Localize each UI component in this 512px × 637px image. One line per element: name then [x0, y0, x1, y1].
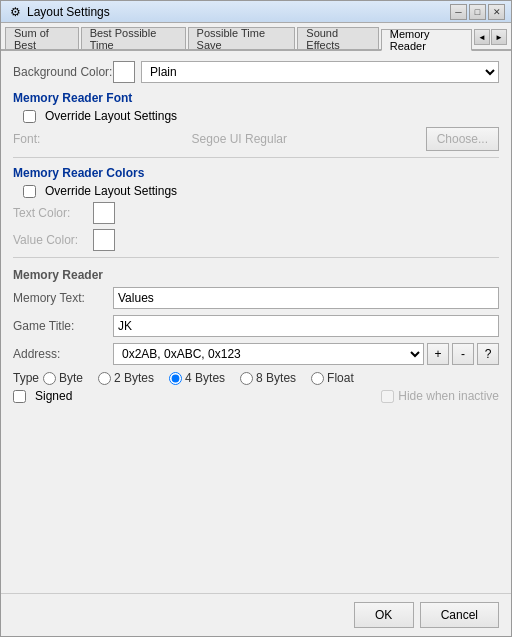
remove-address-button[interactable]: - [452, 343, 474, 365]
type-4bytes-radio[interactable] [169, 372, 182, 385]
signed-row[interactable]: Signed [13, 389, 72, 403]
footer: OK Cancel [1, 593, 511, 636]
type-row: Type Byte 2 Bytes 4 Bytes 8 Bytes [13, 371, 499, 385]
type-2bytes-radio[interactable] [98, 372, 111, 385]
type-float-radio[interactable] [311, 372, 324, 385]
close-button[interactable]: ✕ [488, 4, 505, 20]
help-address-button[interactable]: ? [477, 343, 499, 365]
minimize-button[interactable]: ─ [450, 4, 467, 20]
tab-memory-reader[interactable]: Memory Reader [381, 29, 472, 51]
colors-override-label: Override Layout Settings [45, 184, 177, 198]
colors-section-header: Memory Reader Colors [13, 166, 499, 180]
background-color-row: Background Color: Plain Color Gradient I… [13, 61, 499, 83]
divider-2 [13, 257, 499, 258]
add-address-button[interactable]: + [427, 343, 449, 365]
font-override-label: Override Layout Settings [45, 109, 177, 123]
tab-sum-of-best[interactable]: Sum of Best [5, 27, 79, 49]
memory-text-row: Memory Text: [13, 287, 499, 309]
tab-next-button[interactable]: ► [491, 29, 507, 45]
font-section-header: Memory Reader Font [13, 91, 499, 105]
maximize-button[interactable]: □ [469, 4, 486, 20]
cancel-button[interactable]: Cancel [420, 602, 499, 628]
signed-label: Signed [35, 389, 72, 403]
hide-inactive-row: Hide when inactive [381, 389, 499, 403]
type-8bytes-radio[interactable] [240, 372, 253, 385]
tab-sound-effects[interactable]: Sound Effects [297, 27, 378, 49]
value-color-swatch[interactable] [93, 229, 115, 251]
address-label: Address: [13, 347, 113, 361]
tab-nav-buttons: ◄ ► [474, 29, 507, 45]
memory-text-input[interactable] [113, 287, 499, 309]
type-radio-group: Byte 2 Bytes 4 Bytes 8 Bytes Float [43, 371, 499, 385]
type-float-label: Float [327, 371, 354, 385]
type-byte-label: Byte [59, 371, 83, 385]
type-byte-radio[interactable] [43, 372, 56, 385]
font-override-row: Override Layout Settings [23, 109, 499, 123]
title-bar-buttons: ─ □ ✕ [450, 4, 505, 20]
bottom-options-row: Signed Hide when inactive [13, 389, 499, 403]
value-color-label: Value Color: [13, 233, 93, 247]
hide-inactive-checkbox[interactable] [381, 390, 394, 403]
colors-override-checkbox[interactable] [23, 185, 36, 198]
ok-button[interactable]: OK [354, 602, 414, 628]
type-8bytes-label: 8 Bytes [256, 371, 296, 385]
window-title: Layout Settings [27, 5, 450, 19]
background-color-label: Background Color: [13, 65, 113, 79]
background-dropdown-wrapper: Plain Color Gradient Image [141, 61, 499, 83]
memory-text-label: Memory Text: [13, 291, 113, 305]
colors-override-row: Override Layout Settings [23, 184, 499, 198]
text-color-label: Text Color: [13, 206, 93, 220]
tab-prev-button[interactable]: ◄ [474, 29, 490, 45]
font-value: Segoe UI Regular [53, 132, 426, 146]
choose-font-button[interactable]: Choose... [426, 127, 499, 151]
address-controls: 0x2AB, 0xABC, 0x123 + - ? [113, 343, 499, 365]
window-icon: ⚙ [7, 4, 23, 20]
type-8bytes[interactable]: 8 Bytes [240, 371, 296, 385]
tab-best-possible-time[interactable]: Best Possible Time [81, 27, 186, 49]
type-4bytes-label: 4 Bytes [185, 371, 225, 385]
game-title-label: Game Title: [13, 319, 113, 333]
type-float[interactable]: Float [311, 371, 354, 385]
divider-1 [13, 157, 499, 158]
game-title-row: Game Title: [13, 315, 499, 337]
address-select[interactable]: 0x2AB, 0xABC, 0x123 [113, 343, 424, 365]
type-label: Type [13, 371, 43, 385]
type-2bytes[interactable]: 2 Bytes [98, 371, 154, 385]
text-color-row: Text Color: [13, 202, 499, 224]
title-bar: ⚙ Layout Settings ─ □ ✕ [1, 1, 511, 23]
game-title-input[interactable] [113, 315, 499, 337]
signed-checkbox[interactable] [13, 390, 26, 403]
text-color-swatch[interactable] [93, 202, 115, 224]
value-color-row: Value Color: [13, 229, 499, 251]
main-window: ⚙ Layout Settings ─ □ ✕ Sum of Best Best… [0, 0, 512, 637]
tab-possible-time-save[interactable]: Possible Time Save [188, 27, 296, 49]
font-label: Font: [13, 132, 53, 146]
address-row: Address: 0x2AB, 0xABC, 0x123 + - ? [13, 343, 499, 365]
background-color-select[interactable]: Plain Color Gradient Image [141, 61, 499, 83]
type-2bytes-label: 2 Bytes [114, 371, 154, 385]
font-override-checkbox[interactable] [23, 110, 36, 123]
memory-reader-sub-header: Memory Reader [13, 268, 499, 282]
tabs-bar: Sum of Best Best Possible Time Possible … [1, 23, 511, 51]
background-color-swatch[interactable] [113, 61, 135, 83]
content-area: Background Color: Plain Color Gradient I… [1, 51, 511, 593]
hide-inactive-label: Hide when inactive [398, 389, 499, 403]
type-4bytes[interactable]: 4 Bytes [169, 371, 225, 385]
font-row: Font: Segoe UI Regular Choose... [13, 127, 499, 151]
type-byte[interactable]: Byte [43, 371, 83, 385]
